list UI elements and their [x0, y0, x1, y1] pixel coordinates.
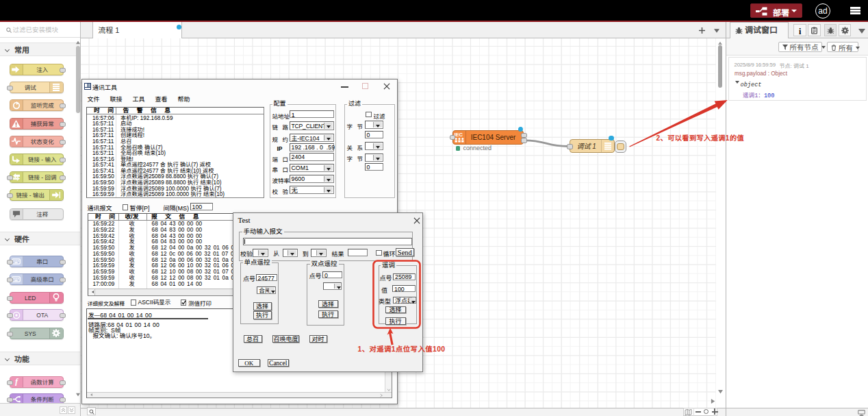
svg-text:1、对遥调1点位写入值100: 1、对遥调1点位写入值100 [358, 343, 446, 354]
svg-text:2、可以看到写入遥调1的值: 2、可以看到写入遥调1的值 [656, 132, 745, 143]
